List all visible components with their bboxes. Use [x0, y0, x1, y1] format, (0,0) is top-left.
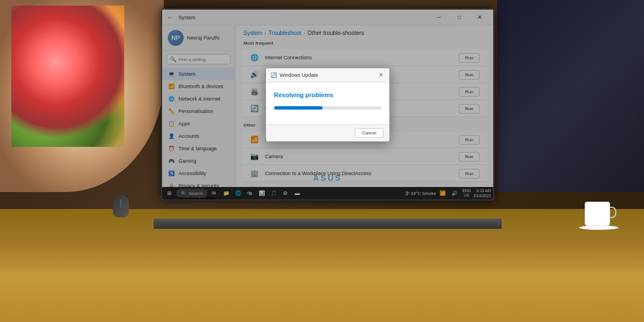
modal-footer: Cancel — [266, 124, 389, 141]
coffee-cup — [585, 202, 610, 227]
modal-body: Resolving problems — [266, 82, 389, 124]
laptop-screen: ← System ─ □ ✕ NP Neeraj Paruthi — [161, 8, 494, 201]
coffee-saucer — [579, 225, 619, 230]
modal-title: 🔄 Windows Update — [271, 72, 318, 78]
modal-heading: Resolving problems — [274, 92, 381, 98]
progress-bar-container — [274, 106, 381, 110]
background-right — [497, 0, 644, 192]
progress-bar-fill — [274, 106, 323, 110]
cancel-button[interactable]: Cancel — [355, 128, 384, 138]
laptop-hinge — [154, 219, 502, 229]
settings-window: ← System ─ □ ✕ NP Neeraj Paruthi — [162, 10, 493, 199]
modal-title-text: Windows Update — [280, 72, 318, 78]
windows-update-dialog: 🔄 Windows Update ✕ Resolving problems Ca… — [266, 68, 390, 142]
modal-title-icon: 🔄 — [271, 72, 277, 78]
mouse — [113, 195, 129, 217]
modal-titlebar: 🔄 Windows Update ✕ — [266, 68, 389, 82]
modal-close-button[interactable]: ✕ — [377, 71, 385, 79]
modal-overlay: 🔄 Windows Update ✕ Resolving problems Ca… — [162, 10, 493, 199]
